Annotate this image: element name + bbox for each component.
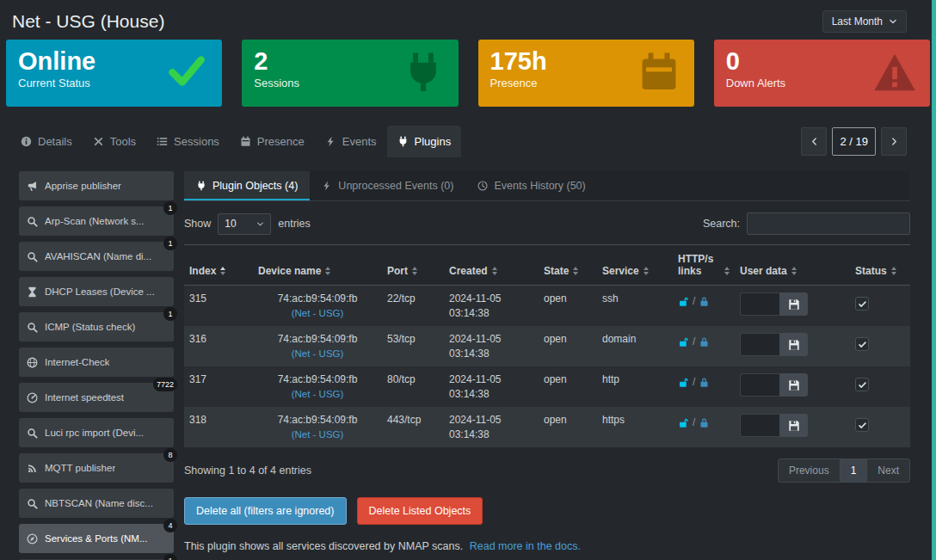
save-user-data-button[interactable] <box>779 373 808 397</box>
links-separator: / <box>693 376 695 388</box>
user-data-input[interactable] <box>740 333 779 356</box>
subtab-label: Events History (50) <box>494 180 585 192</box>
floppy-icon <box>788 420 800 432</box>
prev-device-button[interactable] <box>801 127 827 156</box>
lock-open-icon[interactable] <box>678 336 689 348</box>
sidebar-item-label: Internet speedtest <box>45 392 124 403</box>
tab-presence[interactable]: Presence <box>230 126 315 157</box>
device-link[interactable]: (Net - USG) <box>292 308 344 318</box>
cell-service: ssh <box>597 286 673 327</box>
column-header-port[interactable]: Port <box>382 245 444 286</box>
sidebar-item-internet-check[interactable]: Internet-Check <box>19 348 174 377</box>
calendar-icon <box>240 136 251 147</box>
sidebar-item-luci-rpc-import[interactable]: Luci rpc import (Devi... <box>19 418 174 447</box>
sidebar-item-label: Luci rpc import (Devi... <box>45 428 144 438</box>
column-header-http-links[interactable]: HTTP/s links <box>673 245 735 286</box>
status-checkbox[interactable] <box>855 378 869 391</box>
links-separator: / <box>693 295 695 307</box>
search-icon <box>27 322 38 333</box>
column-header-user-data[interactable]: User data <box>735 245 850 286</box>
floppy-icon <box>788 339 800 351</box>
previous-page-button[interactable]: Previous <box>778 458 841 483</box>
device-mac: 74:ac:b9:54:09:fb <box>258 292 377 305</box>
cell-state: open <box>539 366 597 407</box>
tab-sessions[interactable]: Sessions <box>146 126 230 157</box>
subtab-label: Unprocessed Events (0) <box>338 180 453 192</box>
column-header-device-name[interactable]: Device name <box>253 245 382 286</box>
lock-closed-icon[interactable] <box>699 377 710 388</box>
subtab-events-history[interactable]: Events History (50) <box>465 171 597 200</box>
sidebar-item-internet-speedtest[interactable]: Internet speedtest 7722 <box>19 383 174 412</box>
user-data-input[interactable] <box>740 414 779 437</box>
sidebar-item-apprise-publisher[interactable]: Apprise publisher <box>19 171 174 200</box>
save-user-data-button[interactable] <box>779 333 808 356</box>
column-header-state[interactable]: State <box>539 245 597 286</box>
subtab-unprocessed-events[interactable]: Unprocessed Events (0) <box>310 171 465 200</box>
sidebar-item-nbtscan[interactable]: NBTSCAN (Name disc... <box>19 489 174 518</box>
sidebar-item-icmp[interactable]: ICMP (Status check) 1 <box>19 312 174 342</box>
save-user-data-button[interactable] <box>779 292 808 316</box>
device-link[interactable]: (Net - USG) <box>292 389 344 399</box>
page-size-select[interactable]: 10 <box>218 213 271 235</box>
status-checkbox[interactable] <box>855 297 869 311</box>
sidebar-item-dhcp-leases[interactable]: DHCP Leases (Device ... <box>19 277 174 306</box>
status-checkbox[interactable] <box>855 337 869 351</box>
tab-label: Sessions <box>174 135 219 148</box>
check-icon <box>858 421 867 430</box>
sidebar-item-label: AVAHISCAN (Name di... <box>45 251 151 262</box>
tab-label: Presence <box>257 135 305 148</box>
page-1-button[interactable]: 1 <box>840 458 868 483</box>
tab-label: Events <box>342 135 377 148</box>
column-header-index[interactable]: Index <box>184 245 253 286</box>
card-down-alerts: 0 Down Alerts <box>714 40 930 107</box>
search-icon <box>27 428 38 439</box>
lock-closed-icon[interactable] <box>699 296 710 307</box>
user-data-input[interactable] <box>740 292 779 316</box>
device-mac: 74:ac:b9:54:09:fb <box>258 333 377 345</box>
status-checkbox[interactable] <box>855 418 869 432</box>
created-date: 2024-11-05 <box>449 333 533 345</box>
table-row: 315 74:ac:b9:54:09:fb (Net - USG) 22/tcp… <box>184 286 910 327</box>
tab-plugins[interactable]: Plugins <box>387 126 462 157</box>
info-icon <box>21 136 32 147</box>
device-link[interactable]: (Net - USG) <box>292 429 344 440</box>
column-header-service[interactable]: Service <box>597 245 673 286</box>
user-data-input[interactable] <box>740 373 779 397</box>
column-header-created[interactable]: Created <box>444 245 539 286</box>
docs-link[interactable]: Read more in the docs. <box>470 540 581 552</box>
list-icon <box>157 136 168 147</box>
next-device-button[interactable] <box>881 127 907 156</box>
megaphone-icon <box>27 181 38 192</box>
column-header-status[interactable]: Status <box>850 245 910 286</box>
cell-http-links: / <box>673 286 735 327</box>
lock-open-icon[interactable] <box>678 417 689 428</box>
sidebar-item-label: Arp-Scan (Network s... <box>45 216 145 226</box>
lock-closed-icon[interactable] <box>699 336 710 348</box>
sort-icon <box>412 267 417 277</box>
sort-icon <box>573 267 578 277</box>
sort-icon <box>644 267 649 277</box>
sidebar-item-mqtt-publisher[interactable]: MQTT publisher 8 <box>19 453 174 483</box>
lock-open-icon[interactable] <box>678 377 689 388</box>
save-user-data-button[interactable] <box>779 414 808 437</box>
check-icon <box>858 340 867 349</box>
lock-closed-icon[interactable] <box>699 417 710 428</box>
sidebar-item-services-ports[interactable]: Services & Ports (NM... 4 <box>19 524 174 553</box>
lock-open-icon[interactable] <box>678 296 689 307</box>
action-buttons: Delete all (filters are ignored) Delete … <box>184 497 910 525</box>
status-cards: Online Current Status 2 Sessions 175h Pr… <box>0 40 936 107</box>
tab-events[interactable]: Events <box>315 126 387 157</box>
next-page-button[interactable]: Next <box>866 458 910 483</box>
delete-listed-button[interactable]: Delete Listed Objects <box>357 497 483 525</box>
sidebar-item-arp-scan[interactable]: Arp-Scan (Network s... 1 <box>19 206 174 236</box>
device-link[interactable]: (Net - USG) <box>292 348 344 359</box>
period-dropdown[interactable]: Last Month <box>822 10 907 33</box>
search-input[interactable] <box>747 212 910 235</box>
count-badge: 1 <box>163 201 177 215</box>
tab-tools[interactable]: Tools <box>83 126 146 157</box>
sidebar-item-avahiscan[interactable]: AVAHISCAN (Name di... 1 <box>19 242 174 271</box>
tab-details[interactable]: Details <box>10 126 83 157</box>
subtab-plugin-objects[interactable]: Plugin Objects (4) <box>184 171 310 200</box>
links-separator: / <box>693 416 695 428</box>
delete-all-button[interactable]: Delete all (filters are ignored) <box>184 497 347 525</box>
